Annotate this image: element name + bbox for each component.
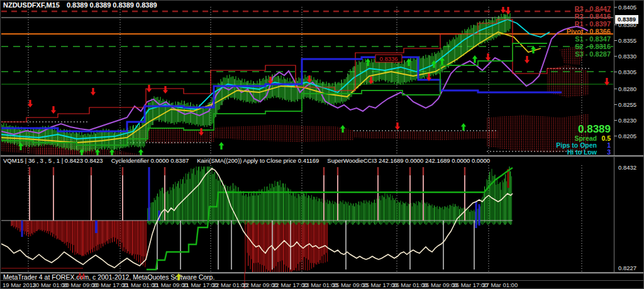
vqm-indicator-label: VQM15 | 36 , 3 , 5 , 1 | 0.8423 0.8423	[3, 157, 103, 164]
price-axis-label: 0.8305	[618, 68, 636, 75]
pivot-level-label: S1 - 0.8347	[567, 35, 611, 43]
price-axis-tickmark	[614, 136, 617, 136]
indicator-header: VQM15 | 36 , 3 , 5 , 1 | 0.8423 0.8423Cy…	[3, 157, 498, 164]
pivot-level-label: R3 - 0.8447	[567, 5, 611, 13]
cycleidentifier-indicator-label: CycleIdentifier 0.0000 0.8387	[111, 157, 189, 164]
current-price-label: 0.8389	[556, 124, 611, 135]
price-axis-label: 0.8380	[618, 21, 636, 28]
price-axis-label: 0.8330	[618, 53, 636, 60]
red-histogram-layer	[11, 221, 328, 272]
main-chart-canvas[interactable]: 0.8336	[1, 7, 613, 156]
price-axis-label: 0.8205	[618, 133, 636, 139]
price-axis-tickmark	[614, 89, 617, 89]
superwoodie-indicator-label: SuperWoodieCCI3 242.1689 0.0000 242.1689…	[327, 157, 490, 164]
cyan-ma	[1, 19, 550, 139]
pivot-levels-panel: R3 - 0.8447R2 - 0.8416R1 - 0.8397Pivot -…	[567, 5, 611, 58]
price-axis-tickmark	[614, 120, 617, 121]
price-axis-tickmark	[614, 40, 617, 41]
indicator-axis-top-label: 0.8432	[618, 164, 636, 171]
indicator-axis[interactable]: 0.8432 0.8227	[614, 165, 644, 272]
indicator-axis-bottom-label: 0.8227	[618, 264, 636, 271]
pivot-level-label: Pivot - 0.8366	[567, 28, 611, 35]
time-axis-label: 19 Mar 2013	[3, 281, 36, 288]
price-axis-label: 0.8255	[618, 101, 636, 108]
price-axis-tickmark	[614, 25, 617, 25]
quote-info-panel: 0.8389 Spread0.5Pips to Open1Hi to Low3	[556, 124, 611, 156]
svg-text:0.8336: 0.8336	[379, 55, 397, 62]
pivot-level-label: S2 - 0.8316	[567, 43, 611, 50]
price-axis-label: 0.8280	[618, 85, 636, 92]
price-axis-tickmark	[614, 104, 617, 105]
order-price-label: 0.8336	[375, 55, 402, 62]
pivot-level-label: R2 - 0.8416	[567, 13, 611, 20]
price-axis[interactable]: 0.8389 0.84050.83800.83550.83300.83050.8…	[614, 1, 644, 156]
price-axis-tickmark	[614, 56, 617, 57]
price-axis-label: 0.8230	[618, 117, 636, 124]
kairi-indicator-label: Kairi(SMA((200)) Apply to Close price 0.…	[197, 157, 319, 164]
pivot-level-label: S3 - 0.8287	[567, 50, 611, 58]
price-axis-label: 0.8405	[618, 4, 636, 11]
quote-rows: Spread0.5Pips to Open1Hi to Low3	[556, 135, 611, 156]
indicator-chart-canvas[interactable]	[1, 165, 613, 272]
pivot-level-label: R1 - 0.8397	[567, 20, 611, 28]
time-axis-label: 27 Mar 01:00	[482, 281, 518, 288]
green-histogram-layer	[148, 166, 511, 225]
time-axis[interactable]: 19 Mar 201320 Mar 01:0020 Mar 09:0020 Ma…	[1, 281, 644, 289]
price-axis-tickmark	[614, 7, 617, 8]
price-axis-tickmark	[614, 72, 617, 72]
price-axis-label: 0.8355	[618, 37, 636, 44]
stray-arrow-icon	[176, 273, 181, 281]
mt4-chart-window: NZDUSDFXF,M15 0.8389 0.8389 0.8389 0.838…	[0, 0, 644, 289]
